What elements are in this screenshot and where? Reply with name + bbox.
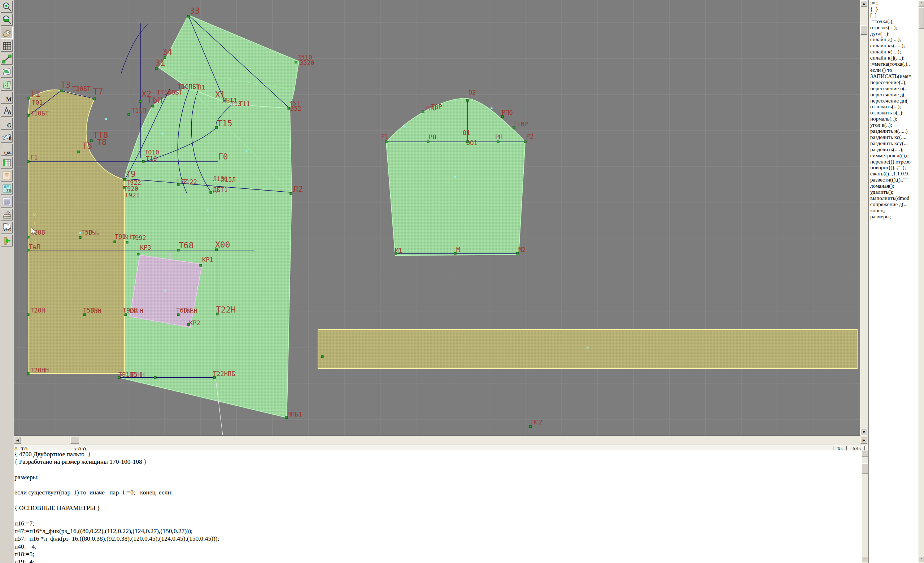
point-marker[interactable] — [427, 141, 429, 143]
library-button[interactable] — [1, 209, 13, 220]
command-item-14[interactable]: пересечение н(.. — [869, 85, 918, 92]
canvas-scroll-left-icon[interactable]: ◀ — [14, 437, 21, 443]
point-marker[interactable] — [154, 376, 156, 379]
command-item-10[interactable]: :=метка(точка(.).. — [869, 61, 918, 67]
table-button[interactable] — [1, 157, 13, 169]
point-marker[interactable] — [27, 160, 29, 163]
command-item-33[interactable]: сопряжение д(... — [869, 201, 918, 208]
canvas-scroll-up-icon[interactable]: ▲ — [861, 0, 867, 7]
point-marker[interactable] — [210, 191, 212, 193]
command-item-29[interactable]: развести((),().,"" — [869, 177, 918, 183]
point-marker[interactable] — [524, 141, 526, 143]
command-item-0[interactable]: := ; — [869, 0, 918, 6]
fitting-tool-button[interactable] — [1, 27, 13, 39]
point-marker[interactable] — [200, 264, 202, 267]
command-item-7[interactable]: сплайн кк(.....); — [869, 43, 918, 49]
command-item-24[interactable]: разделить(....); — [869, 147, 918, 153]
grading-button[interactable]: G — [1, 118, 13, 130]
point-marker[interactable] — [466, 99, 468, 102]
point-marker[interactable] — [142, 160, 144, 162]
point-marker[interactable] — [288, 107, 290, 109]
commands-vscrollbar[interactable]: ˄ ˅ — [918, 0, 924, 563]
editor-vscrollbar[interactable]: ˄ ˅ — [862, 451, 868, 563]
command-item-19[interactable]: нормаль(..); — [869, 116, 918, 122]
command-item-4[interactable]: отрезок( . ); — [869, 24, 918, 31]
canvas-scroll-down-icon[interactable]: ▼ — [861, 429, 867, 435]
point-marker[interactable] — [497, 141, 499, 143]
command-item-8[interactable]: сплайн к(....); — [869, 49, 918, 55]
sizes-info-button[interactable]: i_66. — [1, 144, 13, 156]
canvas-scroll-right-icon[interactable]: ▶ — [861, 437, 867, 443]
sheet-button[interactable] — [1, 66, 13, 78]
command-item-25[interactable]: симметрия л((),с — [869, 153, 918, 159]
command-item-27[interactable]: поворот(()..,""); — [869, 165, 918, 171]
pattern-sheet-button[interactable] — [1, 79, 13, 91]
command-item-2[interactable]: [ ] — [869, 12, 918, 18]
point-marker[interactable] — [27, 114, 29, 117]
model-photo-button[interactable] — [1, 170, 13, 181]
point-marker[interactable] — [126, 241, 128, 243]
grid-button[interactable] — [1, 40, 13, 52]
command-item-15[interactable]: пересечение д(.. — [869, 92, 918, 98]
command-item-23[interactable]: разделить ксу(... — [869, 141, 918, 147]
zoom-in-button[interactable] — [1, 1, 13, 13]
point-marker[interactable] — [188, 15, 189, 17]
point-marker[interactable] — [28, 97, 30, 99]
command-item-32[interactable]: выполнить(dmod — [869, 195, 918, 201]
editor-scroll-down-icon[interactable]: ˅ — [862, 556, 868, 562]
point-marker[interactable] — [155, 67, 158, 70]
point-marker[interactable] — [128, 113, 130, 115]
code-editor[interactable]: { 4700 Двубортное пальто }{ Разработано … — [0, 451, 862, 563]
point-marker[interactable] — [321, 355, 323, 358]
canvas-vscroll-thumb[interactable] — [861, 25, 867, 34]
segment-tool-button[interactable] — [1, 53, 13, 64]
notes-button[interactable] — [1, 196, 13, 208]
command-item-6[interactable]: сплайн д(....); — [869, 36, 918, 43]
point-marker[interactable] — [152, 105, 154, 107]
point-marker[interactable] — [27, 373, 29, 374]
command-item-31[interactable]: удалить(); — [869, 189, 918, 195]
editor-vscroll-thumb[interactable] — [862, 463, 868, 473]
belt-strip-piece[interactable] — [318, 329, 857, 368]
command-item-20[interactable]: угол к(..); — [869, 122, 918, 128]
command-item-1[interactable]: { } — [869, 6, 918, 12]
point-marker[interactable] — [27, 314, 29, 316]
measurements-button[interactable]: M — [1, 92, 13, 103]
point-marker[interactable] — [93, 98, 96, 100]
command-item-30[interactable]: ломаная(); — [869, 183, 918, 189]
command-item-3[interactable]: :=точка(.); — [869, 18, 918, 24]
command-item-13[interactable]: пересечение(..); — [869, 79, 918, 85]
point-marker[interactable] — [295, 61, 297, 63]
drafting-button[interactable]: A — [1, 105, 13, 117]
point-marker[interactable] — [290, 192, 292, 195]
editor-scroll-up-icon[interactable]: ˄ — [862, 451, 868, 457]
command-item-9[interactable]: сплайн к[](....); — [869, 55, 918, 61]
command-item-34[interactable]: конец; — [869, 208, 918, 214]
command-item-22[interactable]: разделить кс(.... — [869, 134, 918, 141]
command-item-16[interactable]: пересечение дн( — [869, 98, 918, 104]
command-item-28[interactable]: сжать(()..,1.1.0.9. — [869, 171, 918, 177]
canvas-vscrollbar[interactable]: ▲ ▼ — [860, 0, 868, 436]
point-marker[interactable] — [79, 237, 81, 238]
algorithm-button[interactable]: ALG — [1, 222, 13, 234]
point-marker[interactable] — [78, 151, 80, 153]
point-marker[interactable] — [139, 100, 141, 102]
drawing-canvas[interactable]: Т1Т01Т10БТТ3Т30БТТ7ТТ8Т8Т5Г1Т9Т922Т920Т9… — [14, 0, 861, 436]
canvas-hscrollbar[interactable]: ◀ ▶ — [14, 436, 868, 445]
zoom-out-button[interactable] — [1, 14, 13, 25]
command-item-17[interactable]: отложить(...); — [869, 103, 918, 110]
command-item-26[interactable]: перенос((),отрезо — [869, 159, 918, 165]
command-item-18[interactable]: отложить в(..); — [869, 110, 918, 116]
point-marker[interactable] — [422, 111, 424, 113]
commands-vscroll-thumb[interactable] — [919, 7, 924, 29]
command-item-21[interactable]: разделить н(.....) — [869, 128, 918, 134]
point-marker[interactable] — [27, 236, 29, 238]
commands-scroll-up-icon[interactable]: ˄ — [919, 0, 924, 6]
view-3d-button[interactable]: 3D — [1, 183, 13, 195]
command-item-12[interactable]: ЗАПИСАТЬ(имя= — [869, 73, 918, 79]
command-item-5[interactable]: дуга(...); — [869, 31, 918, 37]
command-item-35[interactable]: размеры; — [869, 214, 918, 220]
point-marker[interactable] — [60, 90, 63, 92]
front-piece[interactable] — [119, 88, 292, 418]
ruler-button[interactable]: 8 — [1, 131, 13, 142]
